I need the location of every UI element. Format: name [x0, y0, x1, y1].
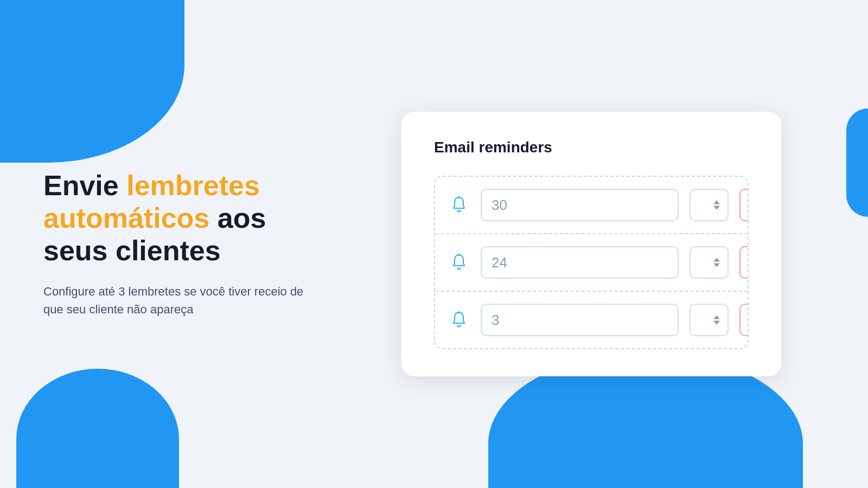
reminder-3-unit-select[interactable]: minutes hours days: [690, 304, 729, 336]
headline: Envie lembretes automáticos aos seus cli…: [43, 170, 315, 267]
bell-icon: [449, 195, 469, 215]
bell-icon: [449, 310, 469, 330]
reminder-1-value-input[interactable]: [481, 189, 679, 221]
reminders-list: minutes hours days: [434, 176, 749, 349]
right-panel: Email reminders minutes: [358, 112, 825, 376]
reminder-1-unit-wrap: minutes hours days: [690, 189, 729, 221]
reminder-2-unit-wrap: minutes hours days: [690, 246, 729, 279]
bell-icon-wrap: [448, 310, 470, 330]
left-panel: Envie lembretes automáticos aos seus cli…: [43, 170, 315, 318]
reminder-1-delete-button[interactable]: [739, 189, 749, 221]
reminder-row: minutes hours days: [435, 177, 748, 234]
reminder-row: minutes hours days: [435, 292, 748, 348]
reminder-1-unit-select[interactable]: minutes hours days: [690, 189, 729, 221]
subtext: Configure até 3 lembretes se você tiver …: [43, 282, 315, 318]
svg-point-4: [458, 311, 460, 313]
reminder-3-value-input[interactable]: [481, 304, 679, 336]
bell-icon-wrap: [448, 195, 470, 215]
main-layout: Envie lembretes automáticos aos seus cli…: [0, 0, 868, 488]
headline-prefix: Envie: [43, 170, 126, 201]
reminder-3-unit-wrap: minutes hours days: [690, 304, 729, 336]
reminder-2-value-input[interactable]: [481, 246, 679, 279]
bell-icon-wrap: [448, 253, 470, 272]
reminder-3-delete-button[interactable]: [739, 304, 749, 336]
reminder-2-unit-select[interactable]: minutes hours days: [690, 246, 729, 279]
bell-icon: [449, 253, 469, 272]
reminder-2-delete-button[interactable]: [739, 246, 749, 279]
email-reminders-card: Email reminders minutes: [401, 112, 781, 376]
reminder-row: minutes hours days: [435, 234, 748, 292]
card-title: Email reminders: [434, 139, 749, 156]
svg-point-0: [458, 196, 460, 198]
svg-point-2: [458, 254, 460, 256]
